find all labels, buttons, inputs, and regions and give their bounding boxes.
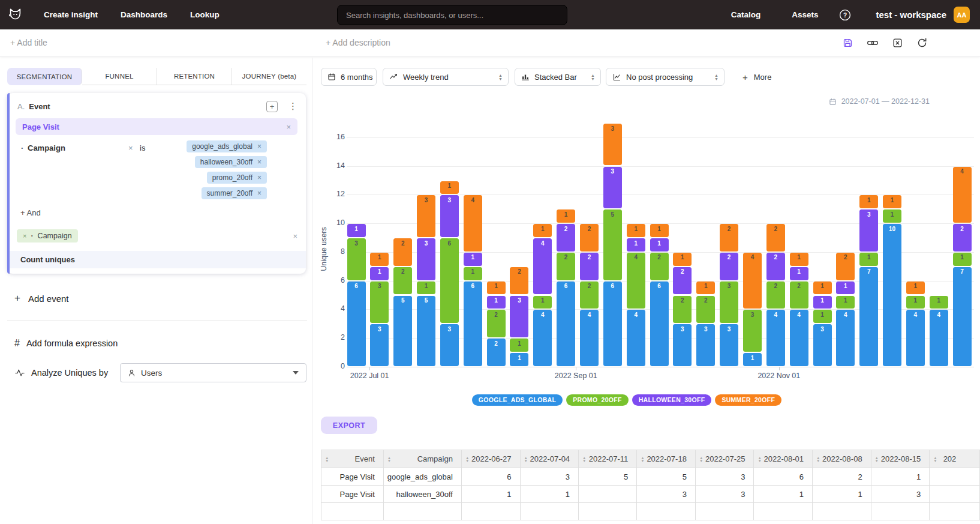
bar-segment[interactable]: 1 — [696, 282, 715, 295]
aggregation-selector[interactable]: Count uniques — [10, 251, 306, 268]
nav-item-assets[interactable]: Assets — [792, 10, 818, 19]
bar-segment[interactable]: 5 — [417, 296, 435, 366]
breakdown-pill[interactable]: × · Campaign — [17, 229, 78, 242]
bar-segment[interactable]: 4 — [836, 310, 855, 366]
bar-segment[interactable]: 2 — [580, 224, 599, 251]
bar-segment[interactable]: 3 — [673, 324, 692, 366]
column-header[interactable]: ▲▼Event — [321, 450, 384, 468]
remove-breakdown-icon[interactable]: × — [23, 232, 26, 239]
bar-segment[interactable]: 3 — [859, 209, 878, 251]
bar-segment[interactable]: 6 — [347, 282, 366, 366]
workspace-name[interactable]: test - workspace — [876, 10, 946, 20]
bar-segment[interactable]: 1 — [464, 253, 482, 266]
bar-segment[interactable]: 6 — [440, 238, 459, 323]
bar-segment[interactable]: 2 — [580, 282, 599, 309]
bar-segment[interactable]: 2 — [836, 253, 855, 280]
column-header[interactable]: ▲▼2022-08-15 — [871, 450, 930, 468]
sort-icon[interactable]: ▲▼ — [387, 456, 391, 462]
bar-segment[interactable]: 1 — [859, 253, 878, 266]
bar-segment[interactable]: 6 — [603, 282, 622, 366]
sort-icon[interactable]: ▲▼ — [641, 456, 644, 462]
bar-segment[interactable]: 1 — [883, 195, 901, 208]
more-button[interactable]: + More — [742, 68, 771, 86]
bar-segment[interactable]: 1 — [743, 353, 762, 366]
bar-segment[interactable]: 1 — [673, 253, 692, 266]
bar-segment[interactable]: 1 — [953, 253, 972, 266]
column-header[interactable]: ▲▼2022-08-08 — [813, 450, 871, 468]
bar-segment[interactable]: 1 — [533, 224, 552, 237]
legend-pill-promo_20off[interactable]: PROMO_20OFF — [566, 394, 628, 406]
column-header[interactable]: ▲▼2022-07-18 — [637, 450, 696, 468]
bar-segment[interactable]: 3 — [720, 282, 738, 323]
export-button[interactable]: EXPORT — [321, 417, 377, 434]
column-header[interactable]: ▲▼Campaign — [383, 450, 461, 468]
bar-segment[interactable]: 2 — [393, 238, 412, 266]
bar-segment[interactable]: 3 — [417, 195, 435, 236]
bar-segment[interactable]: 3 — [370, 282, 389, 323]
column-header[interactable]: ▲▼2022-07-04 — [520, 450, 579, 468]
bar-segment[interactable]: 1 — [627, 224, 645, 237]
sort-icon[interactable]: ▲▼ — [582, 456, 586, 462]
trend-select[interactable]: Weekly trend ▲▼ — [383, 68, 509, 86]
bar-segment[interactable]: 3 — [417, 238, 435, 280]
sort-icon[interactable]: ▲▼ — [465, 456, 469, 462]
nav-item-catalog[interactable]: Catalog — [731, 10, 761, 19]
bar-segment[interactable]: 3 — [603, 124, 622, 165]
bar-segment[interactable]: 1 — [510, 353, 528, 366]
bar-segment[interactable]: 3 — [603, 167, 622, 208]
bar-segment[interactable]: 1 — [790, 267, 808, 280]
bar-segment[interactable]: 1 — [510, 339, 528, 352]
column-header[interactable]: ▲▼2022-08-01 — [754, 450, 813, 468]
bar-segment[interactable]: 2 — [790, 282, 808, 309]
bar-segment[interactable]: 4 — [743, 253, 762, 309]
bar-segment[interactable]: 1 — [464, 267, 482, 280]
nav-item-lookup[interactable]: Lookup — [190, 10, 220, 19]
close-box-icon[interactable] — [892, 37, 903, 49]
bar-segment[interactable]: 4 — [533, 238, 552, 294]
bar-segment[interactable]: 2 — [557, 253, 575, 280]
bar-segment[interactable]: 6 — [464, 282, 482, 366]
bar-segment[interactable]: 1 — [859, 195, 878, 208]
remove-filter-icon[interactable]: × — [128, 143, 133, 152]
sort-icon[interactable]: ▲▼ — [524, 456, 528, 462]
post-processing-select[interactable]: No post processing ▲▼ — [606, 68, 725, 86]
bar-segment[interactable]: 4 — [580, 310, 599, 366]
event-name[interactable]: Page Visit — [22, 122, 59, 131]
bar-segment[interactable]: 4 — [930, 310, 948, 366]
legend-pill-google_ads_global[interactable]: GOOGLE_ADS_GLOBAL — [472, 394, 563, 406]
bar-segment[interactable]: 1 — [813, 282, 832, 295]
bar-segment[interactable]: 2 — [393, 267, 412, 295]
bar-segment[interactable]: 1 — [533, 296, 552, 309]
bar-segment[interactable]: 3 — [440, 324, 459, 366]
sort-icon[interactable]: ▲▼ — [816, 456, 820, 462]
bar-segment[interactable]: 2 — [720, 224, 738, 251]
bar-segment[interactable]: 2 — [487, 310, 506, 337]
cat-logo-icon[interactable] — [7, 7, 23, 23]
bar-segment[interactable]: 2 — [673, 267, 692, 295]
time-window-button[interactable]: 6 months — [321, 68, 377, 86]
bar-segment[interactable]: 1 — [813, 296, 832, 309]
add-title-button[interactable]: + Add title — [10, 38, 47, 47]
bar-segment[interactable]: 4 — [464, 195, 482, 251]
analyze-by-select[interactable]: Users — [120, 363, 306, 382]
legend-pill-halloween_30off[interactable]: HALLOWEEN_30OFF — [632, 394, 712, 406]
kebab-menu-icon[interactable]: ⋮ — [288, 101, 297, 112]
column-header[interactable]: ▲▼202 — [930, 450, 980, 468]
sort-icon[interactable]: ▲▼ — [325, 456, 329, 462]
bar-segment[interactable]: 3 — [720, 324, 738, 366]
bar-segment[interactable]: 4 — [627, 310, 645, 366]
bar-segment[interactable]: 6 — [557, 282, 575, 366]
bar-segment[interactable]: 1 — [836, 296, 855, 309]
bar-segment[interactable]: 4 — [533, 310, 552, 366]
bar-segment[interactable]: 2 — [557, 224, 575, 251]
bar-segment[interactable]: 1 — [440, 181, 459, 194]
filter-value-tag[interactable]: google_ads_global× — [187, 140, 267, 152]
bar-segment[interactable]: 1 — [627, 238, 645, 251]
bar-segment[interactable]: 7 — [953, 267, 972, 366]
column-header[interactable]: ▲▼2022-07-25 — [695, 450, 754, 468]
tab-funnel[interactable]: FUNNEL — [82, 68, 157, 85]
bar-segment[interactable]: 2 — [580, 253, 599, 280]
tab-retention[interactable]: RETENTION — [157, 68, 232, 85]
bar-segment[interactable]: 1 — [650, 224, 669, 237]
bar-segment[interactable]: 2 — [766, 282, 785, 309]
